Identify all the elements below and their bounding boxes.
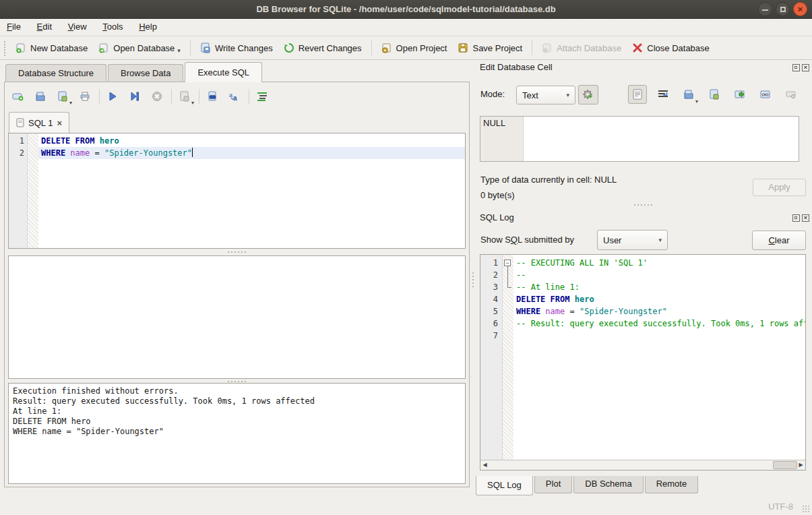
scrollbar-thumb[interactable] bbox=[773, 461, 797, 469]
tab-remote[interactable]: Remote bbox=[645, 476, 699, 493]
encoding-status[interactable]: UTF-8 bbox=[768, 502, 793, 512]
toolbar-separator bbox=[171, 89, 172, 104]
sql1-tab[interactable]: SQL 1 × bbox=[9, 112, 69, 133]
tab-execute-sql[interactable]: Execute SQL bbox=[185, 62, 262, 82]
execute-all-button[interactable] bbox=[103, 88, 122, 105]
editor-line-numbers: 12 bbox=[9, 133, 28, 248]
new-database-button[interactable]: New Database bbox=[10, 40, 93, 56]
new-sql-tab-button[interactable] bbox=[9, 88, 28, 105]
menu-help[interactable]: Help bbox=[132, 19, 164, 36]
execute-line-button[interactable] bbox=[125, 88, 144, 105]
chevron-down-icon: ▾ bbox=[566, 92, 569, 98]
tab-db-schema[interactable]: DB Schema bbox=[573, 476, 643, 493]
sql-log-title: SQL Log bbox=[480, 212, 514, 222]
open-sql-file-button[interactable] bbox=[31, 88, 50, 105]
print-cell-button[interactable] bbox=[807, 85, 812, 104]
print-sql-button[interactable] bbox=[75, 88, 94, 105]
format-sql-button[interactable] bbox=[253, 88, 272, 105]
save-sql-dropdown-caret[interactable]: ▾ bbox=[69, 100, 72, 106]
import-dropdown-caret[interactable]: ▾ bbox=[695, 98, 698, 104]
open-database-button[interactable]: Open Database ▾ bbox=[93, 40, 186, 56]
float-panel-icon[interactable] bbox=[792, 64, 800, 71]
log-horizontal-scrollbar[interactable]: ◀ ▶ bbox=[480, 460, 805, 470]
find-replace-button[interactable] bbox=[203, 88, 222, 105]
copy-link-button[interactable] bbox=[756, 85, 775, 104]
export-cell-data-button[interactable] bbox=[705, 85, 724, 104]
resize-grip[interactable] bbox=[803, 506, 809, 512]
line-number: 5 bbox=[480, 305, 498, 317]
close-database-button[interactable]: Close Database bbox=[627, 40, 715, 56]
fold-marker[interactable] bbox=[503, 269, 513, 281]
save-sql-file-button[interactable]: ▾ bbox=[53, 88, 72, 105]
message-line: At line 1: bbox=[13, 406, 461, 417]
scroll-right-arrow[interactable]: ▶ bbox=[797, 460, 805, 470]
line-number: 1 bbox=[480, 257, 498, 269]
auto-complete-button[interactable]: aa bbox=[225, 88, 244, 105]
revert-changes-button[interactable]: Revert Changes bbox=[278, 40, 367, 56]
close-panel-icon[interactable]: × bbox=[802, 214, 809, 222]
sql-tab-close-icon[interactable]: × bbox=[57, 118, 62, 128]
auto-apply-button[interactable] bbox=[578, 85, 598, 104]
editor-code-area[interactable]: DELETE FROM heroWHERE name = "Spider-You… bbox=[38, 133, 465, 248]
execute-sql-panel: ▾ ▾ aa SQL 1 × 12 DELETE FROM heroWHER bbox=[4, 82, 470, 487]
close-button[interactable]: × bbox=[793, 2, 807, 16]
new-database-icon bbox=[15, 42, 26, 53]
close-database-label: Close Database bbox=[647, 43, 710, 53]
toolbar-separator bbox=[199, 89, 199, 104]
log-line: -- bbox=[513, 269, 805, 281]
menu-view[interactable]: View bbox=[61, 19, 94, 36]
line-number: 1 bbox=[9, 135, 24, 147]
toolbar-separator bbox=[249, 89, 249, 104]
tab-plot[interactable]: Plot bbox=[534, 476, 572, 493]
float-panel-icon[interactable] bbox=[792, 214, 800, 222]
fold-marker bbox=[503, 317, 513, 330]
toolbar-drag-handle[interactable] bbox=[3, 40, 6, 56]
open-in-external-button[interactable] bbox=[730, 85, 749, 104]
revert-changes-icon bbox=[284, 42, 294, 53]
menu-bar: File Edit View Tools Help bbox=[0, 19, 812, 36]
results-grid[interactable] bbox=[8, 255, 466, 379]
clear-log-button[interactable]: Clear bbox=[752, 231, 806, 250]
mode-value: Text bbox=[522, 90, 538, 100]
edit-cell-dock-buttons: × bbox=[792, 64, 809, 71]
maximize-button[interactable] bbox=[776, 2, 790, 16]
fold-marker[interactable]: − bbox=[503, 257, 513, 269]
menu-tools[interactable]: Tools bbox=[96, 19, 129, 36]
text-mode-button[interactable] bbox=[628, 85, 647, 104]
log-fold-margin[interactable]: − bbox=[503, 255, 513, 460]
code-line: WHERE name = "Spider-Youngster" bbox=[38, 147, 465, 159]
tab-database-structure[interactable]: Database Structure bbox=[5, 64, 106, 82]
write-changes-button[interactable]: Write Changes bbox=[195, 40, 278, 56]
panel-splitter[interactable] bbox=[471, 266, 475, 293]
tab-browse-data[interactable]: Browse Data bbox=[108, 64, 183, 82]
cell-log-splitter[interactable] bbox=[480, 203, 806, 207]
sql-log-view[interactable]: 1234567 − -- EXECUTING ALL IN 'SQL 1'---… bbox=[480, 254, 806, 471]
sql-tab-bar: SQL 1 × bbox=[9, 112, 69, 133]
tab-sql-log[interactable]: SQL Log bbox=[476, 476, 533, 495]
open-database-label: Open Database bbox=[113, 43, 175, 53]
edit-cell-header: Edit Database Cell bbox=[480, 62, 553, 75]
line-number: 2 bbox=[480, 269, 498, 281]
fold-marker[interactable] bbox=[503, 281, 513, 293]
toolbar-separator bbox=[99, 89, 100, 104]
line-number: 7 bbox=[480, 330, 498, 342]
menu-file[interactable]: File bbox=[0, 19, 28, 36]
word-wrap-button[interactable] bbox=[654, 85, 673, 104]
open-project-label: Open Project bbox=[396, 43, 447, 53]
cell-value-editor[interactable]: NULL bbox=[480, 116, 799, 162]
log-filter-select[interactable]: User ▾ bbox=[597, 230, 668, 250]
main-toolbar: New Database Open Database ▾ Write Chang… bbox=[0, 36, 812, 60]
close-panel-icon[interactable]: × bbox=[802, 64, 809, 71]
mode-select[interactable]: Text ▾ bbox=[516, 86, 575, 104]
import-cell-data-button[interactable]: ▾ bbox=[679, 85, 698, 104]
cell-text-area[interactable] bbox=[524, 117, 799, 161]
open-project-button[interactable]: Open Project bbox=[376, 40, 453, 56]
minimize-button[interactable] bbox=[758, 2, 772, 16]
editor-results-splitter[interactable] bbox=[8, 250, 466, 254]
menu-edit[interactable]: Edit bbox=[30, 19, 59, 36]
sql-editor[interactable]: 12 DELETE FROM heroWHERE name = "Spider-… bbox=[8, 133, 466, 249]
save-project-button[interactable]: Save Project bbox=[452, 40, 528, 56]
open-database-dropdown-caret[interactable]: ▾ bbox=[177, 47, 181, 54]
text-cursor bbox=[192, 148, 193, 157]
scroll-left-arrow[interactable]: ◀ bbox=[480, 460, 489, 470]
